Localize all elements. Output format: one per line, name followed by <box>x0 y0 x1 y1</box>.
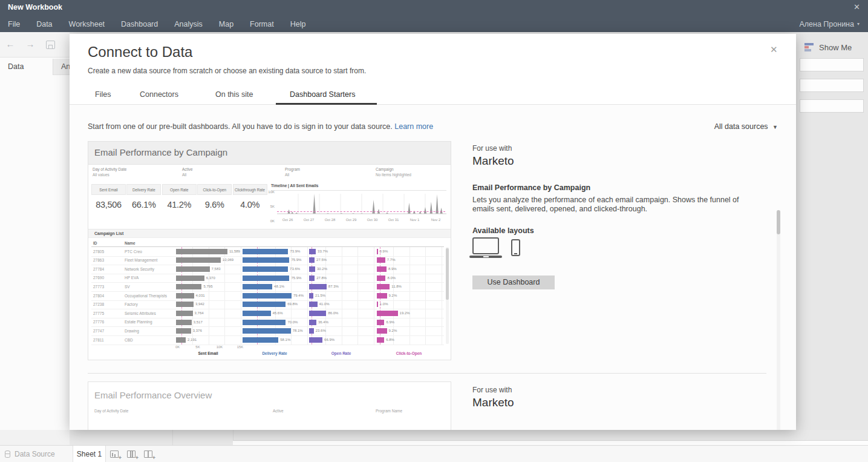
shelf-card[interactable] <box>800 58 864 71</box>
preview-filter-label: Active <box>273 409 284 413</box>
menu-item-map[interactable]: Map <box>219 20 233 28</box>
sent-email-bar-label: 7,583 <box>212 267 221 271</box>
dashboard-starter-card-email-performance-overview[interactable]: Email Performance Overview Day of Activi… <box>88 381 451 430</box>
column-header-name: Name <box>125 241 135 245</box>
window-close-button[interactable]: ✕ <box>853 2 860 12</box>
dialog-scrollbar-thumb[interactable] <box>777 210 780 234</box>
delivery-rate-bar-label: 69.8% <box>287 302 298 306</box>
dialog-tab-files[interactable]: Files <box>95 90 111 99</box>
redo-icon[interactable] <box>25 39 36 50</box>
delivery-rate-bar <box>243 257 289 263</box>
open-rate-bar <box>309 328 314 334</box>
kpi-header-click-to-open: Click-to-Open <box>197 184 232 195</box>
desktop-layout-icon <box>472 237 499 254</box>
campaign-id: 27747 <box>93 329 104 333</box>
open-rate-bar-label: 21.5% <box>315 294 325 297</box>
shelf-card[interactable] <box>800 79 864 92</box>
click-to-open-bar <box>377 311 398 316</box>
open-rate-bar-label: 27.5% <box>316 258 327 262</box>
show-me-button[interactable]: Show Me <box>804 39 852 55</box>
dialog-tab-dashboard-starters[interactable]: Dashboard Starters <box>290 90 355 99</box>
row-separator <box>91 318 444 318</box>
timeline-xtick-nov-1: Nov 1 <box>410 218 420 222</box>
delivery-rate-bar <box>243 266 288 272</box>
delivery-rate-bar-label: 45.6% <box>273 311 283 315</box>
dialog-content: Start from one of our pre-built dashboar… <box>70 105 796 430</box>
right-pane: Show Me <box>796 32 868 445</box>
delivery-rate-bar <box>243 276 289 281</box>
campaign-name: Occupational Therapists <box>125 294 167 298</box>
delivery-rate-bar-label: 73.9% <box>290 249 300 253</box>
click-to-open-bar-label: 9.2% <box>389 329 397 332</box>
delivery-rate-bar <box>243 302 286 307</box>
campaign-name: CBD <box>125 338 133 342</box>
column-gridline <box>241 247 241 345</box>
sent-email-bar-label: 3,942 <box>195 302 204 306</box>
campaign-name: PTC Creo <box>125 249 142 254</box>
sheet-tab[interactable]: Sheet 1 <box>73 446 106 462</box>
campaign-name: HP EVA <box>125 276 139 280</box>
click-to-open-bar <box>377 257 385 263</box>
database-icon <box>5 450 10 458</box>
sent-email-bar-label: 5,795 <box>203 285 212 288</box>
dialog-subtitle: Create a new data source from scratch or… <box>88 67 366 75</box>
new-worksheet-icon[interactable] <box>110 450 119 458</box>
filter-value: No items highlighted <box>376 173 411 177</box>
row-separator <box>91 300 444 301</box>
dialog-tab-on-this-site[interactable]: On this site <box>215 90 253 99</box>
menu-item-worksheet[interactable]: Worksheet <box>69 20 105 28</box>
sent-email-bar <box>176 293 194 299</box>
new-story-icon[interactable] <box>144 450 152 458</box>
save-icon[interactable] <box>46 41 55 49</box>
click-to-open-bar-label: 6.8% <box>386 338 394 342</box>
click-to-open-bar-label: 19.2% <box>400 311 410 315</box>
open-rate-bar <box>309 302 318 307</box>
menu-item-file[interactable]: File <box>8 20 20 28</box>
preview-filter-active: ActiveAll <box>182 167 193 177</box>
timeline-ytick-5k: 5K <box>261 205 275 208</box>
tab-analytics[interactable]: Ana <box>53 59 70 75</box>
data-source-tab[interactable]: Data Source <box>5 446 55 462</box>
menu-item-dashboard[interactable]: Dashboard <box>121 20 158 28</box>
new-dashboard-icon[interactable] <box>127 450 135 458</box>
shelf-card[interactable] <box>800 99 864 113</box>
campaign-id: 27811 <box>93 338 104 342</box>
campaign-id: 27805 <box>93 249 104 254</box>
campaign-list-scrollbar[interactable] <box>446 247 449 344</box>
delivery-rate-bar <box>243 284 272 289</box>
dialog-scrollbar[interactable] <box>777 210 780 430</box>
caret-down-icon: ▾ <box>857 21 860 27</box>
click-to-open-bar <box>377 266 387 272</box>
filter-label: Active <box>182 167 193 171</box>
learn-more-link[interactable]: Learn more <box>394 122 433 131</box>
dashboard-starter-card-email-performance-by-campaign[interactable]: Email Performance by Campaign Timeline |… <box>88 141 451 360</box>
available-layouts-label: Available layouts <box>472 226 534 235</box>
dialog-close-icon[interactable]: ✕ <box>770 44 778 55</box>
row-separator <box>91 326 444 327</box>
phone-layout-icon <box>511 239 520 256</box>
undo-icon[interactable] <box>5 39 16 50</box>
column-gridline <box>425 247 426 345</box>
click-to-open-bar-label: 8.0% <box>387 276 396 280</box>
data-source-filter-dropdown[interactable]: All data sources ▼ <box>714 122 778 131</box>
dialog-tab-connectors[interactable]: Connectors <box>140 90 178 99</box>
use-dashboard-button[interactable]: Use Dashboard <box>472 276 555 289</box>
user-menu[interactable]: Алена Пронина ▾ <box>799 16 860 32</box>
campaign-id: 27775 <box>93 311 104 315</box>
click-to-open-bar-label: 0.9% <box>380 249 388 253</box>
preview-filter-program: ProgramAll <box>285 167 300 177</box>
kpi-value-open-rate: 41.2% <box>162 200 197 216</box>
delivery-rate-bar-label: 73.6% <box>290 267 300 271</box>
menu-item-data[interactable]: Data <box>36 20 52 28</box>
measure-label-click-to-open: Click-to-Open <box>396 351 422 355</box>
for-use-with-label: For use with <box>472 144 512 153</box>
click-to-open-bar-label: 1.0% <box>380 302 388 306</box>
menu-item-analysis[interactable]: Analysis <box>174 20 203 28</box>
show-me-icon <box>804 43 814 51</box>
tab-data[interactable]: Data <box>0 59 53 75</box>
sent-email-bar-label: 3,764 <box>195 311 204 315</box>
menu-item-format[interactable]: Format <box>250 20 274 28</box>
menu-item-help[interactable]: Help <box>290 20 306 28</box>
sent-email-bar <box>176 328 191 334</box>
delivery-rate-bar <box>243 328 291 334</box>
